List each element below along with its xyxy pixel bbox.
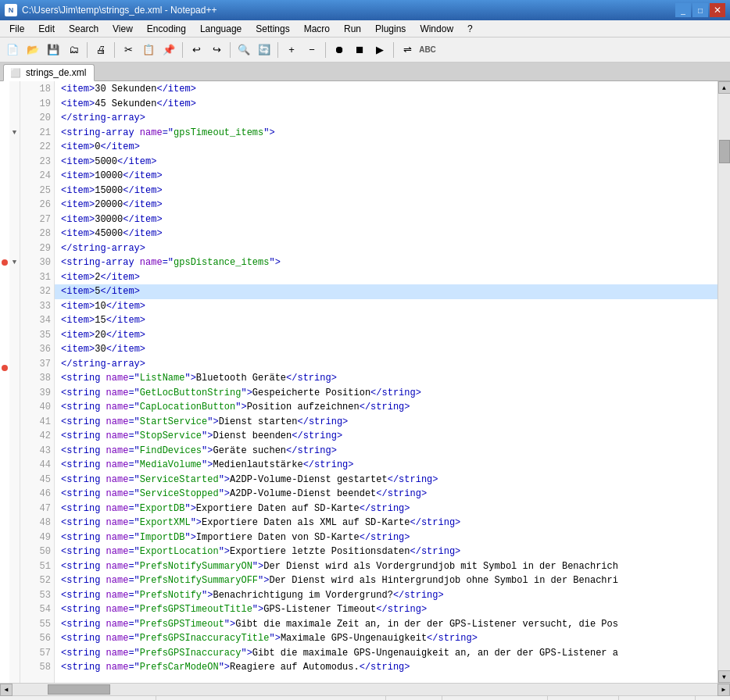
open-button[interactable]: 📂 xyxy=(23,41,42,59)
fold-row xyxy=(9,660,20,675)
code-line[interactable]: <string name="GetLocButtonString">Gespei… xyxy=(55,386,717,401)
code-line[interactable]: </string-array> xyxy=(55,357,717,372)
menu-item-language[interactable]: Language xyxy=(194,22,248,36)
code-line[interactable]: <item>0</item> xyxy=(55,140,717,155)
code-line[interactable]: <string name="PrefsNotifySummaryOFF">Der… xyxy=(55,573,717,588)
code-line[interactable]: <item>10</item> xyxy=(55,299,717,314)
scroll-track[interactable] xyxy=(718,94,730,670)
code-line[interactable]: <string name="FindDevices">Geräte suchen… xyxy=(55,444,717,459)
code-line[interactable]: <string name="PrefsGPSTimeout">Gibt die … xyxy=(55,617,717,632)
code-line[interactable]: <string name="MediaVolume">Medienlautstä… xyxy=(55,458,717,473)
code-line[interactable]: </string-array> xyxy=(55,241,717,256)
code-line[interactable]: <string name="StopService">Dienst beende… xyxy=(55,429,717,444)
code-line[interactable]: <item>20000</item> xyxy=(55,198,717,212)
code-line[interactable]: <item>15000</item> xyxy=(55,184,717,198)
code-line[interactable]: <string name="PrefsNotify">Benachrichtig… xyxy=(55,588,717,603)
code-area[interactable]: <item>30 Sekunden</item> <item>45 Sekund… xyxy=(55,81,717,683)
code-line[interactable]: <item>5</item> xyxy=(55,284,717,299)
hscroll-thumb[interactable] xyxy=(48,684,110,695)
menu-item-file[interactable]: File xyxy=(3,22,30,36)
zoom-out-button[interactable]: − xyxy=(302,41,321,59)
code-line[interactable]: <string name="CapLocationButton">Positio… xyxy=(55,400,717,415)
code-line[interactable]: <item>45 Sekunden</item> xyxy=(55,97,717,112)
code-line[interactable]: <item>2</item> xyxy=(55,270,717,285)
play-button[interactable]: ▶ xyxy=(370,41,389,59)
code-line[interactable]: <string name="ExportLocation">Exportiere… xyxy=(55,545,717,559)
code-line[interactable]: <item>30 Sekunden</item> xyxy=(55,82,717,97)
menu-item-?[interactable]: ? xyxy=(461,22,479,36)
print-button[interactable]: 🖨 xyxy=(91,41,110,59)
fold-row xyxy=(9,357,20,372)
hscroll-track[interactable] xyxy=(13,684,717,695)
copy-button[interactable]: 📋 xyxy=(139,41,158,59)
code-line[interactable]: <item>30</item> xyxy=(55,342,717,357)
code-line[interactable]: <item>5000</item> xyxy=(55,155,717,170)
code-line[interactable]: <string-array name="gpsDistance_items"> xyxy=(55,255,717,270)
code-line[interactable]: <item>20</item> xyxy=(55,328,717,343)
fold-row xyxy=(9,530,20,545)
code-line[interactable]: <item>30000</item> xyxy=(55,212,717,227)
new-button[interactable]: 📄 xyxy=(3,41,22,59)
code-line[interactable]: <string name="ServiceStopped">A2DP-Volum… xyxy=(55,487,717,502)
code-line[interactable]: </string-array> xyxy=(55,111,717,126)
code-line[interactable]: <item>15</item> xyxy=(55,313,717,328)
scroll-left-button[interactable]: ◀ xyxy=(0,684,13,696)
stop-button[interactable]: ⏹ xyxy=(350,41,369,59)
code-line[interactable]: <string name="PrefsCarModeON">Reagiere a… xyxy=(55,660,717,675)
scroll-down-button[interactable]: ▼ xyxy=(718,670,731,683)
menu-item-view[interactable]: View xyxy=(106,22,139,36)
code-line[interactable]: <string name="PrefsGPSInaccuracy">Gibt d… xyxy=(55,646,717,661)
close-button[interactable]: ✕ xyxy=(710,3,725,17)
status-bar: eXtensible Markup Language file length :… xyxy=(0,695,730,700)
scroll-thumb[interactable] xyxy=(719,140,730,163)
code-line[interactable]: <item>45000</item> xyxy=(55,227,717,241)
code-line[interactable]: <string name="ServiceStarted">A2DP-Volum… xyxy=(55,473,717,488)
toolbar-sep-6 xyxy=(325,42,326,58)
maximize-button[interactable]: □ xyxy=(692,3,708,17)
menu-item-plugins[interactable]: Plugins xyxy=(369,22,412,36)
code-line[interactable]: <string name="ListName">Bluetooth Geräte… xyxy=(55,371,717,386)
minimize-button[interactable]: _ xyxy=(675,3,691,17)
bookmark-row xyxy=(0,346,9,361)
fold-column: ▼▼ xyxy=(9,81,20,683)
scroll-up-button[interactable]: ▲ xyxy=(718,81,731,94)
code-line[interactable]: <string name="StartService">Dienst start… xyxy=(55,415,717,430)
save-button[interactable]: 💾 xyxy=(44,41,63,59)
tab-strings-de[interactable]: ⬜ strings_de.xml xyxy=(3,64,95,81)
code-line[interactable]: <string name="ImportDB">Importiere Daten… xyxy=(55,530,717,545)
abc-button[interactable]: ABC xyxy=(418,41,437,59)
menu-item-encoding[interactable]: Encoding xyxy=(141,22,192,36)
menu-item-search[interactable]: Search xyxy=(63,22,105,36)
find-button[interactable]: 🔍 xyxy=(234,41,253,59)
undo-button[interactable]: ↩ xyxy=(187,41,206,59)
menu-item-window[interactable]: Window xyxy=(413,22,460,36)
line-number: 39 xyxy=(20,386,51,401)
bookmark-row xyxy=(0,668,9,683)
code-line[interactable]: <string name="PrefsGPSInaccuracyTitle">M… xyxy=(55,631,717,646)
menu-item-macro[interactable]: Macro xyxy=(298,22,336,36)
line-number: 28 xyxy=(20,227,51,241)
line-number: 44 xyxy=(20,458,51,473)
fold-row[interactable]: ▼ xyxy=(9,255,20,270)
paste-button[interactable]: 📌 xyxy=(159,41,178,59)
macro-button[interactable]: ⏺ xyxy=(330,41,349,59)
code-line[interactable]: <item>10000</item> xyxy=(55,169,717,184)
code-line[interactable]: <string name="ExportXML">Exportiere Date… xyxy=(55,516,717,530)
code-line[interactable]: <string-array name="gpsTimeout_items"> xyxy=(55,126,717,141)
save-all-button[interactable]: 🗂 xyxy=(64,41,83,59)
replace-button[interactable]: 🔄 xyxy=(255,41,274,59)
menu-item-settings[interactable]: Settings xyxy=(249,22,295,36)
scroll-right-button[interactable]: ▶ xyxy=(717,684,730,696)
zoom-in-button[interactable]: + xyxy=(282,41,301,59)
code-line[interactable]: <string name="PrefsGPSTimeoutTitle">GPS-… xyxy=(55,602,717,617)
code-line[interactable]: <string name="ExportDB">Exportiere Daten… xyxy=(55,502,717,516)
vertical-scrollbar[interactable]: ▲ ▼ xyxy=(717,81,730,683)
fold-row[interactable]: ▼ xyxy=(9,126,20,141)
horizontal-scrollbar[interactable]: ◀ ▶ xyxy=(0,683,730,695)
menu-item-edit[interactable]: Edit xyxy=(32,22,61,36)
redo-button[interactable]: ↪ xyxy=(207,41,226,59)
wordwrap-button[interactable]: ⇌ xyxy=(398,41,417,59)
menu-item-run[interactable]: Run xyxy=(338,22,367,36)
code-line[interactable]: <string name="PrefsNotifySummaryON">Der … xyxy=(55,559,717,574)
cut-button[interactable]: ✂ xyxy=(119,41,138,59)
